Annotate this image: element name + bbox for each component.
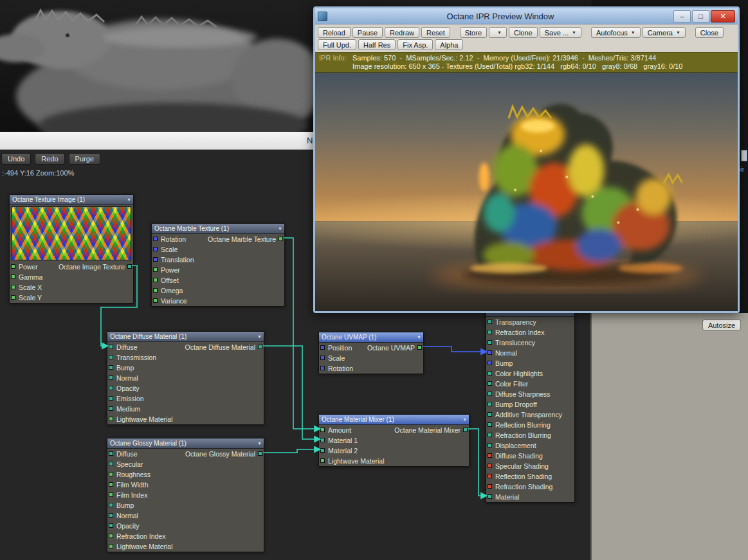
node-octane-diffuse-material[interactable]: Octane Diffuse Material (1)▼DiffuseOctan… (107, 331, 264, 425)
input-port[interactable] (488, 402, 492, 406)
input-port[interactable] (109, 482, 113, 487)
toolbar-button-alpha[interactable]: Alpha (435, 39, 463, 50)
input-port[interactable] (488, 340, 492, 345)
input-port[interactable] (109, 544, 113, 548)
input-port[interactable] (109, 386, 113, 390)
input-port[interactable] (153, 288, 158, 293)
input-port[interactable] (488, 433, 492, 437)
input-port[interactable] (109, 472, 113, 476)
chevron-down-icon[interactable]: ▼ (462, 415, 467, 424)
output-port[interactable] (127, 264, 132, 269)
chevron-down-icon[interactable]: ▼ (257, 332, 262, 341)
window-titlebar[interactable]: Octane IPR Preview Window – □ ✕ (315, 8, 738, 24)
toolbar-button-autofocus[interactable]: Autofocus▼ (591, 27, 641, 38)
input-port[interactable] (109, 513, 113, 518)
toolbar-button-full-upd[interactable]: Full Upd. (318, 39, 356, 50)
input-port[interactable] (488, 381, 492, 386)
toolbar-button-close[interactable]: Close (695, 27, 724, 38)
input-port[interactable] (488, 320, 492, 324)
node-octane-glossy-material[interactable]: Octane Glossy Material (1)▼DiffuseOctane… (107, 438, 264, 552)
input-port[interactable] (488, 453, 492, 458)
toolbar-button-save[interactable]: Save ...▼ (540, 27, 581, 38)
input-port[interactable] (109, 417, 113, 421)
input-port[interactable] (320, 366, 325, 370)
input-port[interactable] (11, 295, 15, 300)
input-port[interactable] (109, 375, 113, 380)
toolbar-button-store[interactable]: Store (460, 27, 487, 38)
input-port[interactable] (488, 361, 492, 365)
input-port[interactable] (109, 492, 113, 497)
input-port[interactable] (109, 345, 113, 349)
input-port[interactable] (153, 257, 158, 262)
output-port[interactable] (417, 345, 422, 350)
input-port[interactable] (488, 494, 492, 499)
node-octane-texture-image[interactable]: Octane Texture Image (1)▼PowerOctane Ima… (9, 194, 134, 303)
input-port[interactable] (11, 275, 15, 279)
input-port[interactable] (488, 350, 492, 355)
input-port[interactable] (11, 285, 15, 289)
input-port[interactable] (320, 458, 325, 463)
output-port[interactable] (278, 237, 283, 241)
input-port[interactable] (153, 237, 158, 241)
node-titlebar[interactable]: Octane Marble Texture (1)▼ (152, 224, 284, 234)
input-port[interactable] (488, 464, 492, 468)
input-port[interactable] (488, 330, 492, 334)
input-port[interactable] (109, 534, 113, 538)
input-port[interactable] (488, 484, 492, 489)
toolbar-button-redraw[interactable]: Redraw (385, 27, 419, 38)
input-port[interactable] (320, 428, 325, 432)
chevron-down-icon[interactable]: ▼ (417, 332, 421, 342)
input-port[interactable] (109, 462, 113, 466)
input-port[interactable] (153, 267, 158, 272)
toolbar-button-half-res[interactable]: Half Res (358, 39, 396, 50)
render-preview[interactable] (315, 73, 738, 311)
node-titlebar[interactable]: Octane Material Mixer (1)▼ (319, 415, 469, 425)
chevron-down-icon[interactable]: ▼ (257, 438, 262, 448)
output-port[interactable] (463, 428, 468, 432)
input-port[interactable] (320, 356, 325, 360)
node-titlebar[interactable]: Octane UVMAP (1)▼ (319, 332, 423, 343)
output-port[interactable] (258, 345, 262, 349)
output-port[interactable] (258, 451, 262, 456)
input-port[interactable] (488, 474, 492, 478)
input-port[interactable] (488, 412, 492, 417)
chevron-down-icon[interactable]: ▼ (127, 195, 131, 204)
input-port[interactable] (153, 298, 158, 303)
octane-ipr-preview-window[interactable]: Octane IPR Preview Window – □ ✕ ReloadPa… (313, 6, 740, 313)
node-titlebar[interactable]: Octane Glossy Material (1)▼ (107, 438, 264, 449)
input-port[interactable] (320, 345, 325, 350)
input-port[interactable] (488, 422, 492, 427)
input-port[interactable] (320, 438, 325, 442)
close-icon[interactable]: ✕ (711, 10, 735, 23)
input-port[interactable] (153, 278, 158, 282)
node-material-node[interactable]: ▼TransparencyRefraction IndexTranslucenc… (486, 306, 575, 503)
input-port[interactable] (488, 371, 492, 375)
node-octane-material-mixer[interactable]: Octane Material Mixer (1)▼AmountOctane M… (318, 414, 470, 467)
input-port[interactable] (109, 451, 113, 456)
chevron-down-icon[interactable]: ▼ (278, 224, 282, 233)
node-titlebar[interactable]: Octane Texture Image (1)▼ (10, 195, 133, 205)
toolbar-button-reset[interactable]: Reset (421, 27, 450, 38)
input-port[interactable] (109, 355, 113, 359)
toolbar-button-reload[interactable]: Reload (318, 27, 351, 38)
input-port[interactable] (109, 523, 113, 528)
input-port[interactable] (488, 392, 492, 396)
input-port[interactable] (109, 503, 113, 507)
node-octane-marble-texture[interactable]: Octane Marble Texture (1)▼RotationOctane… (151, 223, 285, 307)
toolbar-button-pause[interactable]: Pause (352, 27, 383, 38)
input-port[interactable] (109, 396, 113, 401)
node-titlebar[interactable]: Octane Diffuse Material (1)▼ (107, 332, 264, 342)
toolbar-button-fix-asp[interactable]: Fix Asp. (397, 39, 433, 50)
minimize-button[interactable]: – (673, 10, 691, 23)
input-port[interactable] (11, 264, 15, 269)
toolbar-button-camera[interactable]: Camera▼ (643, 27, 686, 38)
input-port[interactable] (109, 365, 113, 370)
toolbar-button-dropdown[interactable]: ▼ (489, 27, 507, 38)
node-octane-uvmap[interactable]: Octane UVMAP (1)▼PositionOctane UVMAPSca… (318, 332, 424, 374)
maximize-button[interactable]: □ (692, 10, 709, 23)
input-port[interactable] (488, 443, 492, 447)
input-port[interactable] (109, 406, 113, 411)
input-port[interactable] (153, 247, 158, 251)
input-port[interactable] (320, 448, 325, 453)
toolbar-button-clone[interactable]: Clone (509, 27, 538, 38)
